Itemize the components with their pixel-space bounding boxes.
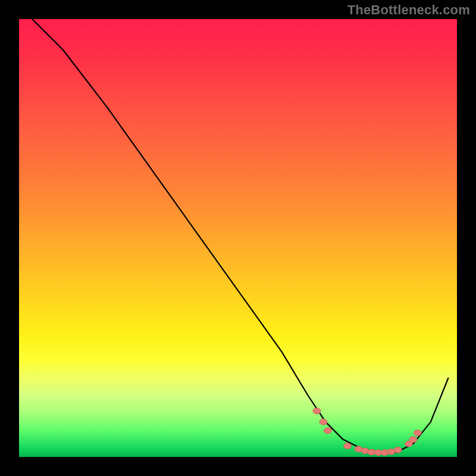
curve-marker <box>394 447 402 453</box>
watermark-text: TheBottleneck.com <box>347 2 470 18</box>
bottleneck-curve <box>32 19 448 453</box>
curve-marker <box>409 437 417 443</box>
curve-marker <box>414 430 421 436</box>
curve-marker <box>324 428 331 434</box>
chart-svg <box>19 19 457 457</box>
plot-area <box>19 19 457 457</box>
curve-marker <box>320 419 327 425</box>
curve-marker <box>344 443 352 449</box>
curve-marker <box>313 408 321 414</box>
chart-frame: TheBottleneck.com <box>0 0 476 476</box>
